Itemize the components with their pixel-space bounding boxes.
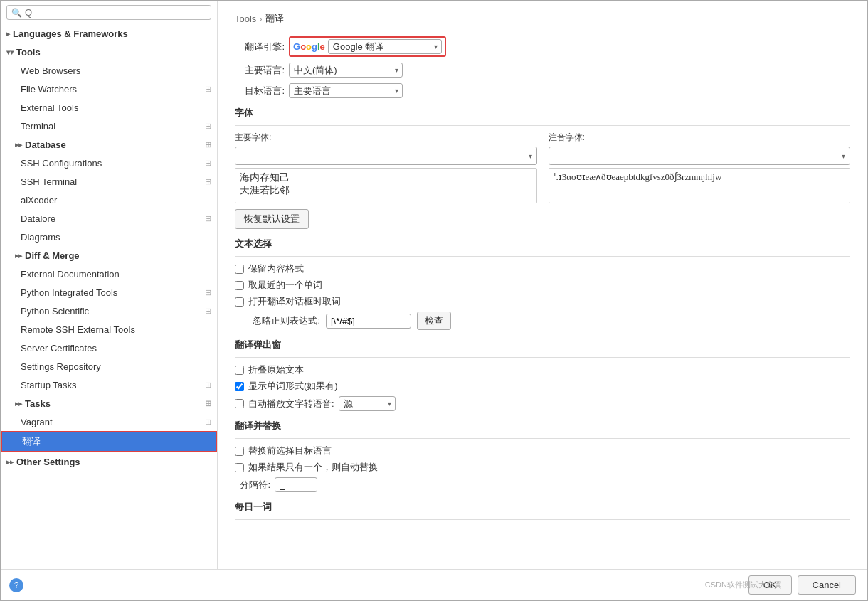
sidebar-item-label: SSH Terminal <box>21 176 202 187</box>
sidebar-item-settings-repository[interactable]: Settings Repository <box>1 357 217 376</box>
get-word-on-open-label[interactable]: 打开翻译对话框时取词 <box>248 295 341 308</box>
recent-word-row: 取最近的一个单词 <box>235 279 850 292</box>
sidebar-item-vagrant[interactable]: Vagrant ⊞ <box>1 413 217 431</box>
sidebar-item-aixcoder[interactable]: aiXcoder <box>1 191 217 209</box>
auto-play-row: 自动播放文字转语音: 源 目标 关闭 <box>235 396 850 411</box>
translation-engine-label: 翻译引擎: <box>235 41 285 53</box>
arrow-icon: ▸ <box>15 141 22 149</box>
auto-play-label[interactable]: 自动播放文字转语音: <box>248 398 334 410</box>
sidebar-item-startup-tasks[interactable]: Startup Tasks ⊞ <box>1 376 217 394</box>
auto-play-select-wrapper[interactable]: 源 目标 关闭 <box>339 396 396 411</box>
arrow-icon: ▾ <box>6 48 14 56</box>
preserve-format-label[interactable]: 保留内容格式 <box>248 262 304 275</box>
sidebar-item-label: Diagrams <box>21 232 211 243</box>
primary-language-select[interactable]: 中文(简体) 中文(繁体) English <box>289 63 403 78</box>
sidebar-item-label: Vagrant <box>21 417 202 427</box>
sidebar-item-terminal[interactable]: Terminal ⊞ <box>1 117 217 135</box>
sidebar-item-python-scientific[interactable]: Python Scientific ⊞ <box>1 302 217 320</box>
ignore-regex-label: 忽略正则表达式: <box>235 314 320 327</box>
separator-row: 分隔符: <box>235 477 850 492</box>
sidebar-item-external-tools[interactable]: External Tools <box>1 98 217 117</box>
preserve-format-checkbox[interactable] <box>235 265 244 274</box>
sidebar-item-label: Tasks <box>25 398 202 409</box>
arrow-icon: ▸ <box>15 252 22 260</box>
arrow-icon: ▸ <box>6 458 14 466</box>
sidebar-item-label: File Watchers <box>21 84 202 95</box>
sidebar-item-python-integrated-tools[interactable]: Python Integrated Tools ⊞ <box>1 283 217 302</box>
sidebar-item-languages-frameworks[interactable]: Languages & Frameworks <box>1 24 217 43</box>
sidebar-item-database[interactable]: ▸ Database ⊞ <box>1 135 217 154</box>
select-target-before-label[interactable]: 替换前选择目标语言 <box>248 445 332 457</box>
sidebar-item-diff-merge[interactable]: ▸ Diff & Merge <box>1 246 217 265</box>
translation-engine-select[interactable]: Google 翻译 百度翻译 有道翻译 <box>328 39 442 54</box>
auto-play-checkbox[interactable] <box>235 399 244 408</box>
select-target-before-row: 替换前选择目标语言 <box>235 445 850 457</box>
sidebar-item-tools[interactable]: ▾ Tools <box>1 43 217 61</box>
select-target-before-checkbox[interactable] <box>235 447 244 456</box>
daily-word-divider <box>235 519 850 520</box>
google-logo: Google <box>293 41 325 52</box>
sidebar-item-web-browsers[interactable]: Web Browsers <box>1 61 217 80</box>
primary-language-row: 主要语言: 中文(简体) 中文(繁体) English <box>235 63 850 78</box>
settings-icon: ⊞ <box>205 417 211 427</box>
sidebar-item-datalore[interactable]: Datalore ⊞ <box>1 209 217 228</box>
target-language-select-wrapper[interactable]: 主要语言 English <box>289 83 403 98</box>
target-language-select[interactable]: 主要语言 English <box>289 83 403 98</box>
restore-defaults-button[interactable]: 恢复默认设置 <box>235 209 309 229</box>
sidebar-item-external-documentation[interactable]: External Documentation <box>1 265 217 283</box>
sidebar-item-label: Remote SSH External Tools <box>21 324 211 335</box>
sidebar-item-ssh-configurations[interactable]: SSH Configurations ⊞ <box>1 154 217 172</box>
sidebar-item-label: Languages & Frameworks <box>13 28 211 39</box>
sidebar-item-fanyi[interactable]: 翻译 <box>1 431 217 452</box>
fold-original-label[interactable]: 折叠原始文本 <box>248 363 304 376</box>
settings-icon: ⊞ <box>205 307 211 316</box>
font-divider <box>235 125 850 126</box>
sidebar-item-remote-ssh-external-tools[interactable]: Remote SSH External Tools <box>1 320 217 339</box>
search-input[interactable] <box>25 7 206 18</box>
auto-replace-single-checkbox[interactable] <box>235 463 244 472</box>
sidebar-item-diagrams[interactable]: Diagrams <box>1 228 217 246</box>
check-button[interactable]: 检查 <box>417 312 451 330</box>
sidebar: 🔍 Languages & Frameworks ▾ Tools Web Bro… <box>1 1 218 569</box>
search-icon: 🔍 <box>11 8 22 18</box>
sidebar-item-label: External Documentation <box>21 269 211 280</box>
get-word-on-open-checkbox[interactable] <box>235 297 244 307</box>
ignore-regex-input[interactable] <box>326 314 411 329</box>
settings-icon: ⊞ <box>205 381 211 390</box>
recent-word-checkbox[interactable] <box>235 281 244 290</box>
primary-language-select-wrapper[interactable]: 中文(简体) 中文(繁体) English <box>289 63 403 78</box>
recent-word-label[interactable]: 取最近的一个单词 <box>248 279 322 292</box>
show-word-form-checkbox[interactable] <box>235 382 244 391</box>
sidebar-item-server-certificates[interactable]: Server Certificates <box>1 339 217 357</box>
sidebar-item-other-settings[interactable]: ▸ Other Settings <box>1 452 217 471</box>
cancel-button[interactable]: Cancel <box>798 575 856 595</box>
search-box[interactable]: 🔍 <box>6 5 211 20</box>
dialog-body: 🔍 Languages & Frameworks ▾ Tools Web Bro… <box>1 1 867 569</box>
primary-font-select[interactable] <box>235 147 537 165</box>
text-selection-title: 文本选择 <box>235 238 850 252</box>
breadcrumb-current: 翻译 <box>265 12 284 25</box>
fold-original-checkbox[interactable] <box>235 366 244 375</box>
help-icon[interactable]: ? <box>9 578 23 592</box>
font-preview-row: 主要字体: 海内存知己天涯若比邻 注音字体: ˈ.ɪ3αoʊɪeæʌðʊeaep… <box>235 132 850 203</box>
sidebar-item-label: Datalore <box>21 213 202 224</box>
phonetic-font-preview: ˈ.ɪ3αoʊɪeæʌðʊeaepbtdkgfvsz0ðʃ3rzmnŋhljw <box>549 168 851 203</box>
show-word-form-label[interactable]: 显示单词形式(如果有) <box>248 380 338 393</box>
sidebar-item-label: Tools <box>16 47 211 58</box>
translation-engine-select-wrapper[interactable]: Google 翻译 百度翻译 有道翻译 <box>328 39 442 54</box>
sidebar-item-ssh-terminal[interactable]: SSH Terminal ⊞ <box>1 172 217 191</box>
settings-icon: ⊞ <box>205 288 211 297</box>
auto-replace-single-label[interactable]: 如果结果只有一个，则自动替换 <box>248 461 378 474</box>
primary-language-label: 主要语言: <box>235 64 285 77</box>
separator-input[interactable] <box>275 477 317 492</box>
breadcrumb-separator: › <box>259 14 262 24</box>
settings-icon: ⊞ <box>205 140 211 149</box>
auto-play-select[interactable]: 源 目标 关闭 <box>339 396 396 411</box>
phonetic-font-select[interactable] <box>549 147 851 165</box>
sidebar-item-tasks[interactable]: ▸ Tasks ⊞ <box>1 394 217 413</box>
settings-icon: ⊞ <box>205 399 211 408</box>
sidebar-item-file-watchers[interactable]: File Watchers ⊞ <box>1 80 217 98</box>
translation-popup-title: 翻译弹出窗 <box>235 339 850 353</box>
translation-popup-divider <box>235 357 850 358</box>
sidebar-item-label: Web Browsers <box>21 65 211 76</box>
